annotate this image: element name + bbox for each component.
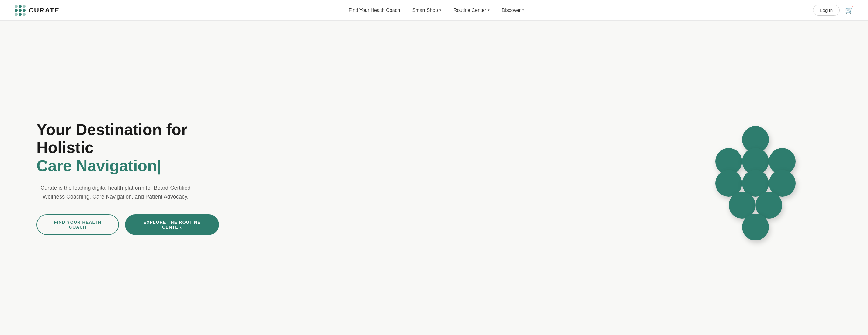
navbar: CURATE Find Your Health Coach Smart Shop… [0,0,868,21]
find-health-coach-button[interactable]: FIND YOUR HEALTH COACH [36,214,119,235]
nav-link-routine-center[interactable]: Routine Center ▾ [454,8,490,13]
nav-links: Find Your Health Coach Smart Shop ▾ Rout… [348,8,524,13]
cart-icon[interactable]: 🛒 [845,6,854,14]
nav-link-health-coach[interactable]: Find Your Health Coach [348,8,400,13]
nav-item-health-coach[interactable]: Find Your Health Coach [348,8,400,13]
nav-label-health-coach: Find Your Health Coach [348,8,400,13]
chevron-down-icon-3: ▾ [522,8,524,12]
dot-4 [14,9,18,12]
nav-item-smart-shop[interactable]: Smart Shop ▾ [412,8,441,13]
dot-2 [19,5,22,8]
nav-item-discover[interactable]: Discover ▾ [502,8,524,13]
dot-7 [14,13,18,16]
nav-label-smart-shop: Smart Shop [412,8,438,13]
dot-3 [23,5,26,8]
chevron-down-icon: ▾ [439,8,441,12]
dot-5 [19,9,22,12]
dot-8 [19,13,22,16]
hero-title-line1: Your Destination for Holistic [36,121,187,157]
logo-dots [14,5,26,16]
nav-label-routine-center: Routine Center [454,8,486,13]
nav-right: Log In 🛒 [813,5,854,15]
hero-subtitle: Curate is the leading digital health pla… [36,183,195,201]
logo-link[interactable]: CURATE [14,5,60,16]
dot-9 [23,13,26,16]
nav-item-routine-center[interactable]: Routine Center ▾ [454,8,490,13]
diamond-decoration [707,126,804,230]
hero-title-line2: Care Navigation| [36,157,161,174]
login-button[interactable]: Log In [813,5,840,15]
dot-1 [14,5,18,8]
dot-6 [23,9,26,12]
hero-visual [679,126,832,230]
hero-content: Your Destination for Holistic Care Navig… [36,121,219,235]
brand-name: CURATE [29,6,60,14]
nav-link-discover[interactable]: Discover ▾ [502,8,524,13]
hero-title: Your Destination for Holistic Care Navig… [36,121,219,175]
hero-section: Your Destination for Holistic Care Navig… [0,21,868,335]
hero-buttons: FIND YOUR HEALTH COACH EXPLORE THE ROUTI… [36,214,219,235]
explore-routine-center-button[interactable]: EXPLORE THE ROUTINE CENTER [125,214,219,235]
nav-label-discover: Discover [502,8,521,13]
nav-link-smart-shop[interactable]: Smart Shop ▾ [412,8,441,13]
chevron-down-icon-2: ▾ [488,8,490,12]
circle-10 [742,214,769,240]
